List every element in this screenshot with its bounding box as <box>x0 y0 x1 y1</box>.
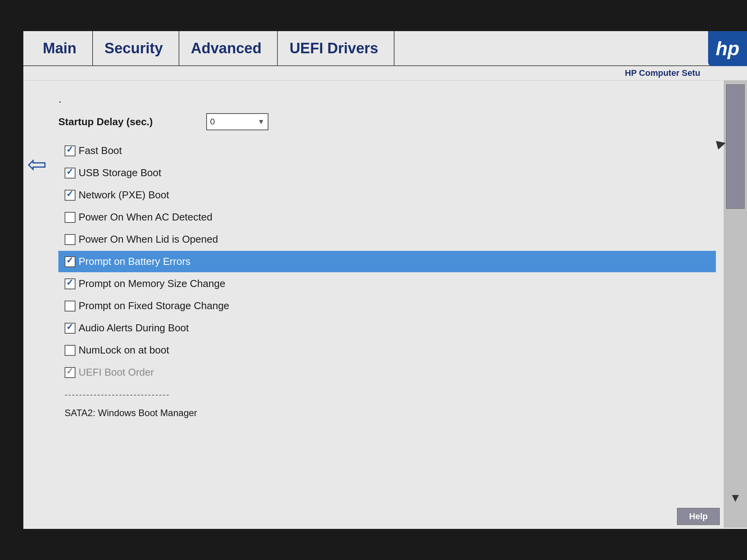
checkbox-prompt-memory-size-label: Prompt on Memory Size Change <box>79 278 225 290</box>
help-button[interactable]: Help <box>677 508 720 525</box>
scrollbar[interactable]: ▼ <box>724 80 747 528</box>
checkbox-prompt-fixed-storage-label: Prompt on Fixed Storage Change <box>79 300 229 312</box>
checkbox-fast-boot-box <box>65 145 75 156</box>
checkbox-network-pxe-boot-box <box>65 190 75 201</box>
checkbox-power-on-ac[interactable]: Power On When AC Detected <box>58 206 716 228</box>
checkbox-prompt-battery-errors-box <box>65 256 75 267</box>
bios-screen: Main Security Advanced UEFI Drivers hp H… <box>23 31 747 529</box>
nav-main[interactable]: Main <box>23 31 93 65</box>
back-arrow[interactable]: ⇦ <box>27 150 47 178</box>
boot-entry: SATA2: Windows Boot Manager <box>58 406 716 420</box>
checkbox-audio-alerts-box <box>65 323 75 334</box>
checkbox-power-on-lid-label: Power On When Lid is Opened <box>79 233 218 245</box>
checkbox-power-on-lid[interactable]: Power On When Lid is Opened <box>58 229 716 250</box>
checkbox-prompt-fixed-storage[interactable]: Prompt on Fixed Storage Change <box>58 295 716 317</box>
checkbox-power-on-lid-box <box>65 234 75 245</box>
checkbox-uefi-boot-order-box <box>65 367 75 378</box>
checkbox-prompt-fixed-storage-box <box>65 301 75 312</box>
hp-logo: hp <box>708 31 747 66</box>
checkbox-fast-boot-label: Fast Boot <box>79 145 122 157</box>
separator-line: ----------------------------- <box>58 384 716 406</box>
nav-uefi-drivers[interactable]: UEFI Drivers <box>278 31 395 65</box>
startup-delay-value: 0 <box>210 117 254 127</box>
checkbox-numlock-box <box>65 345 75 356</box>
checkbox-numlock-label: NumLock on at boot <box>79 344 169 356</box>
checkbox-power-on-ac-box <box>65 212 75 223</box>
checkbox-fast-boot[interactable]: Fast Boot <box>58 140 716 161</box>
checkbox-audio-alerts[interactable]: Audio Alerts During Boot <box>58 317 716 339</box>
hp-logo-text: hp <box>715 37 739 60</box>
checkbox-prompt-battery-errors-label: Prompt on Battery Errors <box>79 256 191 268</box>
checkbox-uefi-boot-order-label: UEFI Boot Order <box>79 366 154 378</box>
startup-delay-label: Startup Delay (sec.) <box>58 116 206 128</box>
checkbox-network-pxe-boot[interactable]: Network (PXE) Boot <box>58 184 716 206</box>
subtitle-text: HP Computer Setu <box>625 68 700 78</box>
checkbox-prompt-battery-errors[interactable]: Prompt on Battery Errors <box>58 251 716 272</box>
scrollbar-thumb[interactable] <box>726 84 745 209</box>
checkbox-power-on-ac-label: Power On When AC Detected <box>79 211 212 223</box>
content-area: ⇦ . Startup Delay (sec.) 0 ▼ Fast Boot U… <box>23 80 747 528</box>
dot-marker: . <box>58 92 716 105</box>
checkbox-usb-storage-boot[interactable]: USB Storage Boot <box>58 162 716 184</box>
subtitle-bar: HP Computer Setu <box>23 66 747 80</box>
checkbox-network-pxe-boot-label: Network (PXE) Boot <box>79 189 169 201</box>
startup-delay-row: Startup Delay (sec.) 0 ▼ <box>58 113 716 130</box>
main-content: . Startup Delay (sec.) 0 ▼ Fast Boot USB… <box>23 80 724 528</box>
scroll-down-icon[interactable]: ▼ <box>729 491 741 504</box>
checkbox-prompt-memory-size[interactable]: Prompt on Memory Size Change <box>58 273 716 294</box>
dropdown-arrow-icon: ▼ <box>258 118 265 126</box>
checkbox-numlock[interactable]: NumLock on at boot <box>58 340 716 361</box>
nav-bar: Main Security Advanced UEFI Drivers hp <box>23 31 747 66</box>
checkbox-usb-storage-boot-label: USB Storage Boot <box>79 167 161 179</box>
nav-advanced[interactable]: Advanced <box>179 31 278 65</box>
startup-delay-select[interactable]: 0 ▼ <box>206 113 268 130</box>
checkbox-audio-alerts-label: Audio Alerts During Boot <box>79 322 189 334</box>
checkbox-uefi-boot-order[interactable]: UEFI Boot Order <box>58 362 716 383</box>
checkbox-prompt-memory-size-box <box>65 278 75 289</box>
checkbox-usb-storage-boot-box <box>65 168 75 178</box>
nav-security[interactable]: Security <box>93 31 179 65</box>
